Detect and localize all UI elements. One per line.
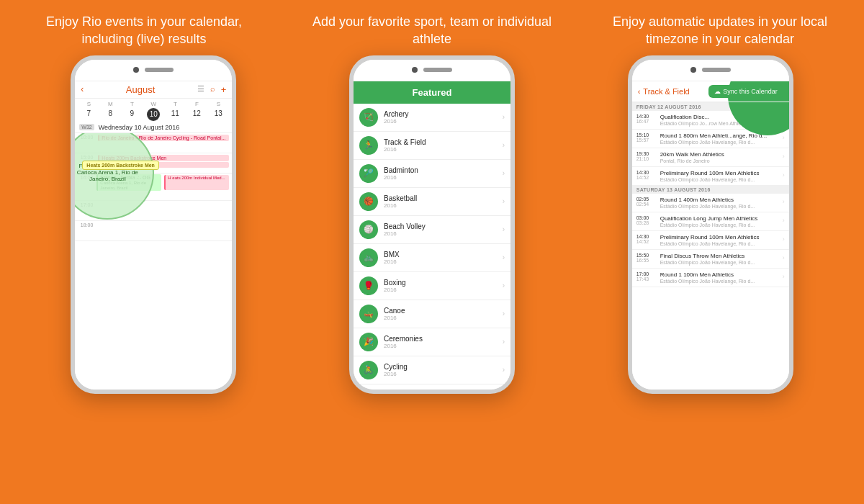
tf-event-row[interactable]: 02:05 02:54 Round 1 400m Men Athletics E… — [632, 194, 789, 212]
phone-2-camera — [412, 67, 418, 73]
calendar-day-labels: S M T W T F S — [78, 100, 229, 108]
tf-title: Track & Field — [643, 87, 689, 96]
cal-event-medley[interactable]: H eats 200m Individual Med... — [164, 175, 229, 190]
tf-time-end: 14:52 — [636, 175, 657, 180]
tf-event-venue: Estádio Olímpico João Havelange, Rio d..… — [660, 140, 783, 145]
sport-year: 2016 — [384, 146, 503, 153]
phone-1-screen: ‹ August ☰ ⌕ + S M T W T — [75, 81, 232, 390]
tf-header: ‹ Track & Field ☁ Sync this Calendar — [632, 81, 789, 102]
phone-2-screen: Featured 🏹 Archery 2016 › 🏃 Track & Fiel… — [354, 81, 510, 390]
sport-name: Track & Field — [384, 138, 503, 146]
sport-icon: 🚴 — [359, 361, 378, 379]
sport-item[interactable]: 🛶 Canoe 2016 › — [354, 300, 510, 328]
tf-event-row[interactable]: 14:30 14:52 Preliminary Round 100m Men A… — [632, 167, 789, 186]
sport-item[interactable]: 🚵 Cycling Track 2016 › — [354, 384, 510, 389]
sport-name: Badminton — [384, 166, 503, 174]
chevron-right-icon: › — [503, 225, 505, 233]
sport-item[interactable]: 🥊 Boxing 2016 › — [354, 272, 510, 300]
tagline-1: Enjoy Rio events in your calendar, inclu… — [0, 13, 288, 48]
tf-time-start: 15:10 — [636, 132, 657, 138]
sport-year: 2016 — [384, 315, 503, 321]
sport-name: Canoe — [384, 307, 503, 315]
tf-time-end: 21:10 — [636, 156, 657, 161]
chevron-right-icon: › — [503, 141, 505, 149]
tf-event-row[interactable]: 19:30 21:10 20km Walk Men Athletics Pont… — [632, 148, 789, 167]
sport-item[interactable]: 🏐 Beach Volley 2016 › — [354, 216, 510, 244]
tf-back-icon[interactable]: ‹ — [638, 87, 641, 96]
sport-item[interactable]: 🏃 Track & Field 2016 › — [354, 132, 510, 160]
phone-1: ‹ August ☰ ⌕ + S M T W T — [71, 55, 236, 394]
sport-item[interactable]: 🏀 Basketball 2016 › — [354, 188, 510, 216]
sport-name: Basketball — [384, 194, 503, 202]
week-date: Wednesday 10 August 2016 — [99, 124, 179, 131]
tf-date-header: SATURDAY 13 AUGUST 2016 — [632, 186, 789, 194]
sport-icon: 🚲 — [359, 248, 378, 267]
calendar-events-area: 10:00 Rio de Janeiro - Rio de Janeiro Cy… — [75, 133, 232, 241]
sport-item[interactable]: 🏹 Archery 2016 › — [354, 104, 510, 132]
tf-events-list: FRIDAY 12 AUGUST 2016 14:30 16:47 Qualif… — [632, 103, 789, 390]
sport-item[interactable]: 🚴 Cycling 2016 › — [354, 356, 510, 384]
list-icon[interactable]: ☰ — [197, 84, 204, 95]
back-chevron-icon[interactable]: ‹ — [81, 84, 84, 94]
sport-icon: 🏃 — [359, 136, 378, 155]
sport-year: 2016 — [384, 343, 503, 349]
sports-header: Featured — [354, 81, 510, 104]
tf-event-row[interactable]: 17:00 17:43 Round 1 100m Men Athletics E… — [632, 269, 789, 287]
tf-time-end: 17:43 — [636, 276, 657, 282]
sport-year: 2016 — [384, 230, 503, 237]
tagline-2: Add your favorite sport, team or individ… — [288, 13, 576, 48]
taglines-row: Enjoy Rio events in your calendar, inclu… — [0, 0, 864, 55]
tf-time-end: 02:54 — [636, 202, 657, 207]
sport-year: 2016 — [384, 174, 503, 181]
tf-time-start: 03:00 — [636, 215, 657, 220]
tf-time-start: 14:30 — [636, 114, 657, 119]
phone-3: ‹ Track & Field ☁ Sync this Calendar FRI… — [628, 55, 793, 394]
week-badge: W32 — [79, 124, 94, 130]
chevron-right-icon: › — [783, 153, 785, 160]
sport-icon: 🥊 — [359, 276, 378, 295]
sport-name: Beach Volley — [384, 222, 503, 230]
search-icon[interactable]: ⌕ — [210, 84, 215, 95]
sport-year: 2016 — [384, 258, 503, 265]
phone-1-speaker — [145, 68, 174, 72]
tf-event-row[interactable]: 14:30 14:52 Preliminary Round 100m Men A… — [632, 231, 789, 250]
phone-2-top-bar — [354, 60, 510, 81]
sport-name: BMX — [384, 251, 503, 258]
tf-event-venue: Estádio Olímpico João Havelange, Rio d..… — [660, 241, 783, 246]
add-icon[interactable]: + — [221, 84, 227, 95]
calendar-days: 7 8 9 10 11 12 13 — [78, 108, 229, 121]
phone-1-top-bar — [75, 60, 232, 81]
phone-3-top-bar — [632, 60, 789, 81]
cal-overlay-pill: Heats 200m Backstroke Men — [82, 161, 159, 170]
sport-year: 2016 — [384, 118, 503, 125]
tf-event-venue: Estádio Olímpico João Havelange, Rio d..… — [660, 177, 783, 182]
tf-event-name: Round 1 400m Men Athletics — [660, 197, 783, 203]
sport-name: Cycling — [384, 363, 503, 371]
sport-year: 2016 — [384, 202, 503, 209]
tf-header-wrapper: ‹ Track & Field ☁ Sync this Calendar — [632, 81, 789, 103]
sport-item[interactable]: 🎉 Ceremonies 2016 › — [354, 328, 510, 356]
sync-button[interactable]: ☁ Sync this Calendar — [708, 85, 783, 98]
tf-event-venue: Estádio Olímpico João Havelange, Rio d..… — [660, 204, 783, 209]
sport-icon: 🏸 — [359, 164, 378, 183]
chevron-right-icon: › — [783, 134, 785, 141]
tf-time-end: 16:47 — [636, 119, 657, 124]
chevron-right-icon: › — [783, 198, 785, 205]
sport-icon: 🏀 — [359, 192, 378, 211]
chevron-right-icon: › — [503, 338, 505, 346]
sport-item[interactable]: 🚲 BMX 2016 › — [354, 244, 510, 272]
tf-time-start: 02:05 — [636, 197, 657, 202]
sport-name: Ceremonies — [384, 335, 503, 343]
tf-event-row[interactable]: 03:00 03:28 Qualification Long Jump Men … — [632, 212, 789, 231]
chevron-right-icon: › — [783, 235, 785, 243]
sport-item[interactable]: 🏸 Badminton 2016 › — [354, 160, 510, 188]
sport-year: 2016 — [384, 371, 503, 377]
tf-event-row[interactable]: 15:50 16:55 Final Discus Throw Men Athle… — [632, 250, 789, 269]
tf-time-start: 15:50 — [636, 253, 657, 258]
tf-time-end: 16:55 — [636, 258, 657, 263]
sport-icon: 🏹 — [359, 108, 378, 127]
chevron-right-icon: › — [503, 310, 505, 318]
sports-list: 🏹 Archery 2016 › 🏃 Track & Field 2016 › … — [354, 104, 510, 389]
tf-event-name: Preliminary Round 100m Men Athletics — [660, 170, 783, 176]
sport-year: 2016 — [384, 287, 503, 293]
